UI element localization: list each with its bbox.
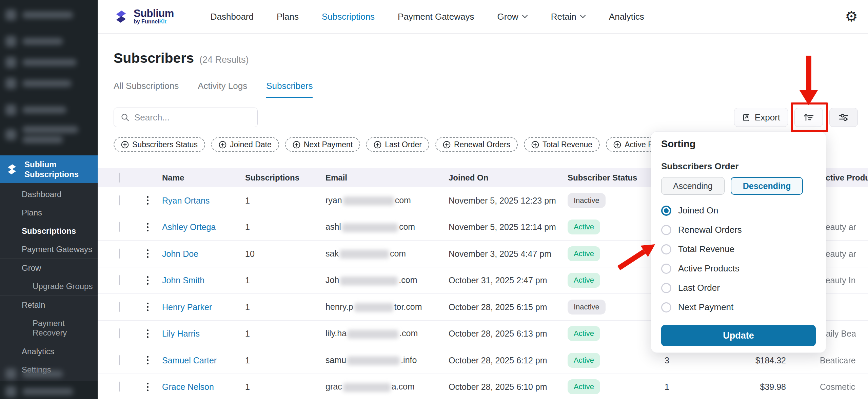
subscriptions-count: 1 — [245, 195, 250, 205]
row-checkbox[interactable] — [119, 222, 120, 232]
row-checkbox[interactable] — [119, 328, 120, 339]
subscriber-name-link[interactable]: Ryan Ortans — [162, 195, 210, 205]
subscriber-name-link[interactable]: Grace Nelson — [162, 382, 214, 392]
row-actions-kebab-icon[interactable] — [145, 327, 150, 340]
sidebar-item-plans[interactable]: Plans — [0, 204, 98, 222]
tab-activity-logs[interactable]: Activity Logs — [198, 81, 247, 98]
ascending-button[interactable]: Ascending — [661, 177, 725, 195]
filter-settings-button[interactable] — [829, 108, 858, 127]
filter-chip-renewal-orders[interactable]: Renewal Orders — [435, 137, 518, 152]
plus-circle-icon — [531, 141, 539, 149]
row-checkbox[interactable] — [119, 302, 120, 312]
renewal-orders-count: 3 — [665, 355, 669, 365]
radio-icon[interactable] — [661, 264, 671, 274]
sidebar-item-subscriptions[interactable]: Subscriptions — [0, 222, 98, 240]
sidebar-item-analytics[interactable]: Analytics — [0, 342, 98, 361]
sliders-icon — [839, 113, 849, 122]
nav-item-grow[interactable]: Grow — [497, 12, 528, 22]
brand-name: Sublium — [134, 8, 174, 19]
sort-option-last-order[interactable]: Last Order — [661, 278, 816, 298]
sort-option-active-products[interactable]: Active Products — [661, 259, 816, 278]
export-label: Export — [755, 112, 780, 123]
filter-chip-total-revenue[interactable]: Total Revenue — [524, 137, 600, 152]
subscribers-order-label: Subscribers Order — [661, 161, 816, 172]
sidebar-item-upgrade-groups[interactable]: Upgrade Groups — [0, 277, 98, 296]
subscriber-email: samu.info — [326, 355, 417, 365]
row-actions-kebab-icon[interactable] — [145, 380, 150, 393]
radio-icon[interactable] — [661, 302, 671, 312]
subscriber-name-link[interactable]: Samuel Carter — [162, 355, 217, 365]
tab-all-subscriptions[interactable]: All Subscriptions — [114, 81, 179, 98]
row-actions-kebab-icon[interactable] — [145, 247, 150, 260]
total-revenue-value: $184.32 — [732, 355, 786, 365]
status-badge: Active — [568, 353, 600, 368]
radio-icon[interactable] — [661, 225, 671, 235]
status-badge: Active — [568, 379, 600, 394]
search-input[interactable] — [134, 112, 251, 123]
subscriber-email: Joh.com — [326, 276, 417, 285]
subscriber-name-link[interactable]: Henry Parker — [162, 302, 212, 311]
radio-selected-icon[interactable] — [661, 206, 671, 216]
sort-option-next-payment[interactable]: Next Payment — [661, 298, 816, 317]
radio-icon[interactable] — [661, 283, 671, 293]
row-actions-kebab-icon[interactable] — [145, 301, 150, 314]
filter-chip-last-order[interactable]: Last Order — [366, 137, 429, 152]
sublium-brand-logo[interactable]: Sublium by FunnelKit — [113, 8, 174, 25]
row-checkbox[interactable] — [119, 248, 120, 259]
descending-button[interactable]: Descending — [731, 177, 803, 195]
sort-option-total-revenue[interactable]: Total Revenue — [661, 240, 816, 259]
sort-option-renewal-orders[interactable]: Renewal Orders — [661, 220, 816, 240]
subscriptions-count: 1 — [245, 382, 250, 392]
update-button[interactable]: Update — [661, 325, 816, 346]
subscriber-name-link[interactable]: Lily Harris — [162, 329, 200, 338]
tab-subscribers[interactable]: Subscribers — [266, 81, 313, 98]
row-actions-kebab-icon[interactable] — [145, 354, 150, 367]
filter-chip-next-payment[interactable]: Next Payment — [285, 137, 360, 152]
filter-chip-subscribers-status[interactable]: Subscribers Status — [114, 137, 205, 152]
subscriber-email: ashlcom — [326, 222, 415, 232]
active-products-value: Beauty In — [820, 276, 868, 285]
joined-on-date: October 31, 2025 2:47 pm — [449, 276, 547, 285]
brand-byline: by FunnelKit — [134, 19, 166, 24]
sidebar-item-payment-recovery[interactable]: Payment Recovery — [0, 314, 98, 342]
settings-gear-icon[interactable]: ⚙ — [845, 10, 858, 24]
nav-item-payment-gateways[interactable]: Payment Gateways — [398, 12, 474, 22]
nav-item-plans[interactable]: Plans — [277, 12, 299, 22]
sidebar-item-sublium-subscriptions[interactable]: Sublium Subscriptions — [0, 155, 98, 183]
select-all-checkbox[interactable] — [119, 173, 120, 183]
nav-item-dashboard[interactable]: Dashboard — [211, 12, 254, 22]
subscriber-name-link[interactable]: Ashley Ortega — [162, 222, 216, 232]
row-checkbox[interactable] — [119, 382, 120, 392]
export-button[interactable]: Export — [734, 108, 788, 127]
redacted-text — [347, 356, 400, 365]
subscriber-name-link[interactable]: John Smith — [162, 276, 204, 285]
nav-item-subscriptions[interactable]: Subscriptions — [322, 12, 375, 22]
export-icon — [742, 113, 751, 122]
row-actions-kebab-icon[interactable] — [145, 194, 150, 207]
row-actions-kebab-icon[interactable] — [145, 221, 150, 233]
main-nav: Dashboard Plans Subscriptions Payment Ga… — [211, 12, 644, 22]
row-checkbox[interactable] — [119, 275, 120, 285]
sort-button[interactable] — [794, 108, 823, 127]
subscriber-name-link[interactable]: John Doe — [162, 249, 198, 258]
row-checkbox[interactable] — [119, 195, 120, 205]
sidebar-item-grow[interactable]: Grow — [0, 259, 98, 277]
top-navigation-bar: Sublium by FunnelKit Dashboard Plans Sub… — [98, 0, 868, 33]
sidebar-item-dashboard[interactable]: Dashboard — [0, 185, 98, 204]
sort-option-joined-on[interactable]: Joined On — [661, 201, 816, 220]
search-box — [114, 108, 258, 127]
row-checkbox[interactable] — [119, 355, 120, 365]
sidebar-item-payment-gateways[interactable]: Payment Gateways — [0, 240, 98, 259]
row-actions-kebab-icon[interactable] — [145, 274, 150, 287]
nav-item-retain[interactable]: Retain — [551, 12, 586, 22]
brand-text: Sublium by FunnelKit — [134, 8, 174, 25]
radio-icon[interactable] — [661, 244, 671, 254]
nav-item-analytics[interactable]: Analytics — [609, 12, 644, 22]
redacted-text — [340, 277, 398, 285]
column-header-subscriber-status: Subscriber Status — [568, 173, 637, 183]
filter-chip-joined-date[interactable]: Joined Date — [211, 137, 279, 152]
redacted-menu-item — [5, 36, 63, 47]
active-products-value: Daily Bea — [820, 329, 868, 339]
plus-circle-icon — [613, 141, 621, 149]
sidebar-item-retain[interactable]: Retain — [0, 296, 98, 314]
